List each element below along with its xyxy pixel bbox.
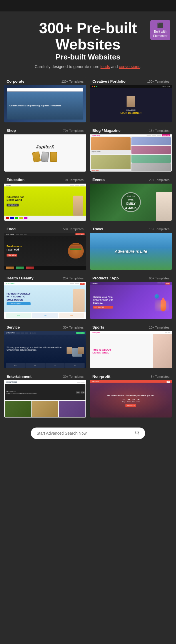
flag1 [6,217,9,219]
hero-title: 300+ Pre-built Websites [6,20,170,53]
elementor-badge[interactable]: ⬛ Built with Elementor [150,20,170,40]
food-label: Food [7,227,16,231]
health-feature1: Teeth [17,315,20,316]
flag3 [15,217,18,219]
travel-thumb-text: Adventure is Life [115,249,147,254]
category-service[interactable]: Service 30+ Templates MOVERS ☎ 123-456 G… [4,323,86,368]
blog-card1-text: Popular Posts [91,150,131,153]
category-corporate[interactable]: Corporate 120+ Templates Construction & … [4,77,86,122]
food-order-btn: ORDER NOW [75,233,84,235]
service-count: 30+ Templates [63,326,84,329]
svc-stat4: Pro [74,365,76,366]
health-count: 25+ Templates [63,277,84,280]
products-cta-btn: GET STARTED [93,306,113,309]
edu-thumb-text: Education ForBetter World [7,196,84,202]
health-feature3: Care [70,315,73,316]
top-bar [0,0,176,11]
service-label: Service [7,325,20,329]
sports-count: 10+ Templates [149,326,169,329]
products-thumb-text: Helping your FirmGrow through OurStrateg… [93,296,113,305]
category-nonprofit[interactable]: Non-profit 5+ Templates ★ PeaceConf LIVE… [90,373,172,418]
ent-main-text: JUPITER BLOG I SHARE MY EXPERIENCE AND M… [6,391,37,394]
category-shop[interactable]: Shop 70+ Templates JupiterX [4,127,86,172]
nonprofit-thumb-text: We believe in God. God meets you where y… [107,394,155,397]
category-sports[interactable]: Sports 10+ Templates ▶ dansjuice THIS IS… [90,323,172,368]
corporate-thumb-text: Construction & Engineering JupiterX Temp… [9,104,61,107]
elementor-built-with: Built with [154,30,167,33]
food-img2 [16,267,24,269]
sports-label: Sports [93,325,104,329]
shop-watches [33,152,57,162]
ent-nav-logo: ADVENTUROUS [6,381,17,383]
sports-thumb-text: THIS IS ABOUTLIVING WELL [90,347,114,356]
products-count: 60+ Templates [149,277,169,280]
category-entertainment[interactable]: Entertainment 30+ Templates ADVENTUROUS … [4,373,86,418]
desc-middle: and [110,64,119,69]
health-feature2: Smile [44,315,47,316]
food-nav-logo: FAST FOOD [6,233,14,235]
prod-nav-btn: START [165,283,170,285]
edu-cta: GET STARTED [7,204,19,206]
np-nav-logo: ★ PeaceConf [92,381,99,382]
ent-card3 [59,401,85,417]
food-burger-img [68,243,84,259]
food-img1 [6,267,14,269]
entertainment-label: Entertainment [7,374,31,379]
category-food[interactable]: Food 50+ Templates FAST FOOD ORDER NOW F… [4,225,86,270]
search-box[interactable] [31,428,145,439]
travel-label: Travel [93,227,103,231]
flag4 [19,217,23,219]
creative-thumb-text: HELLO! I'M UI/UX DESIGNER [120,109,141,115]
svc-stat3: Easy [54,365,56,366]
desc-end: . [140,64,141,69]
ent-card1 [5,401,31,417]
food-thumb-text: Freshlicious Fast Food [7,245,22,251]
sp-nav-logo: ▶ dansjuice [92,332,100,333]
np-stat3: 30 Mins [132,398,135,403]
elementor-name: Elementor [153,34,167,37]
corporate-count: 120+ Templates [61,80,84,83]
blog-cta: SUBSCRIBE [162,134,170,136]
svc-nav-logo: MOVERS [6,332,15,334]
category-products[interactable]: Products / App 60+ Templates STARTAPP ST… [90,274,172,319]
category-travel[interactable]: Travel 15+ Templates Adventure is Life [90,225,172,270]
np-cta-btn[interactable]: REGISTER [125,404,136,407]
category-creative[interactable]: Creative / Portfolio 130+ Templates LET'… [90,77,172,122]
desc-link1[interactable]: leads [101,64,110,69]
hero-subtitle: Pre-built Websites [6,53,170,61]
desc-start: Carefully designed to generate more [35,64,100,69]
creative-label: Creative / Portfolio [93,79,126,84]
blog-card2-text: Book Now [91,169,131,172]
category-events[interactable]: Events 20+ Templates SAVE THE DATE EMILY… [90,176,172,221]
food-count: 50+ Templates [63,227,84,231]
shop-label: Shop [7,128,16,133]
nonprofit-label: Non-profit [93,374,111,379]
category-blog[interactable]: Blog / Magazine 15+ Templates JupiterXMa… [90,127,172,172]
hero-description: Carefully designed to generate more lead… [6,64,170,69]
health-cta-btn: GET A FREE QUOTE [7,302,31,305]
health-nav-logo: DENTAPROS [6,283,15,285]
category-education[interactable]: Education 10+ Templates EDIUCAT Educatio… [4,176,86,221]
elementor-icon: ⬛ [153,22,167,29]
products-label: Products / App [93,276,119,280]
ent-card2 [32,401,59,417]
blog-label: Blog / Magazine [93,128,121,133]
categories-grid: Corporate 120+ Templates Construction & … [0,75,176,423]
prod-nav-logo: STARTAPP [92,283,98,284]
blog-count: 15+ Templates [149,129,169,132]
ent-stat2: 13.1k [81,391,85,393]
products-rocket-img [153,293,169,311]
search-input[interactable] [37,431,133,436]
category-health[interactable]: Health / Beauty 25+ Templates DENTAPROS … [4,274,86,319]
svc-thumb-text: We carry your belongings in a short time… [7,346,67,352]
blog-nav-logo: JupiterXMag [92,135,100,136]
entertainment-count: 30+ Templates [63,375,84,378]
shop-count: 70+ Templates [63,129,84,132]
svc-movers-img [67,341,84,357]
desc-link2[interactable]: conversions [119,64,140,69]
np-stat4: 00 Secs [137,398,140,403]
health-person-figure [73,289,85,312]
svc-stat2: Safe [34,365,36,366]
shop-logo-text: JupiterX [36,144,54,150]
edu-nav-logo: EDIUCAT [6,184,11,186]
